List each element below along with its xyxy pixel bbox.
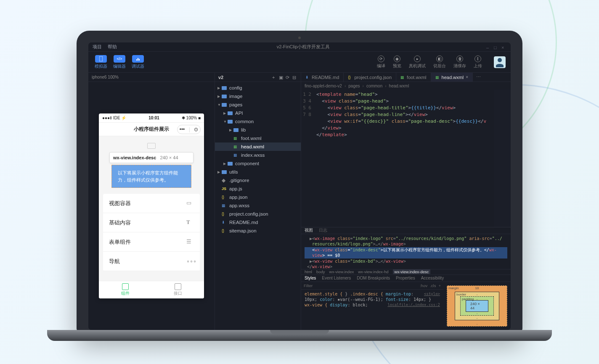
file-sitemap[interactable]: {}sitemap.json xyxy=(215,227,301,235)
tab-readme[interactable]: ⬇README.md xyxy=(301,73,344,82)
file-project-config[interactable]: {}project.config.json xyxy=(215,210,301,218)
tabbar-api[interactable]: 接口 xyxy=(151,281,204,298)
folder-pages[interactable]: ▼pages xyxy=(215,100,301,109)
folder-lib[interactable]: ▶lib xyxy=(215,126,301,134)
file-app-js[interactable]: JSapp.js xyxy=(215,185,301,193)
phone-icon xyxy=(95,55,107,63)
crumb-index[interactable]: wx-view.index xyxy=(329,269,354,274)
list-item-basic-content[interactable]: 基础内容𝐓 xyxy=(103,213,200,232)
devtools-tab-view[interactable]: 视图 xyxy=(305,227,313,233)
folder-image[interactable]: ▶image xyxy=(215,92,301,100)
remote-debug-button[interactable]: ▸真机调试 xyxy=(409,55,426,69)
logo-placeholder xyxy=(147,143,156,149)
dom-selected-node[interactable]: <wx-view class="index-desc">以下将展示小程序官方组件… xyxy=(305,247,507,258)
highlighted-element: 以下将展示小程序官方组件能力，组件样式仅供参考。 xyxy=(111,165,191,188)
editor-tabbar: ⬇README.md {}project.config.json ▦foot.w… xyxy=(301,73,511,82)
crumb-html[interactable]: html xyxy=(305,269,312,274)
capsule-button[interactable]: ••• | ⊙ xyxy=(177,125,201,134)
file-explorer: v2 + ▣ ⟳ ⊟ ▶config ▶image ▼pages ▶API ▼c… xyxy=(215,73,301,330)
folder-common[interactable]: ▼common xyxy=(215,117,301,126)
line-gutter: 1 2 3 4 5 6 7 8 xyxy=(301,90,314,227)
tabbar-component[interactable]: 组件 xyxy=(99,281,151,298)
new-file-icon[interactable]: + xyxy=(272,75,277,80)
folder-api[interactable]: ▶API xyxy=(215,109,301,117)
maximize-icon[interactable]: □ xyxy=(494,45,499,49)
editor-breadcrumb: fino-applet-demo-v2› pages› common› head… xyxy=(301,82,511,90)
phone-statusbar: ●●●Ⅱ IDE ⚡ 10:01 ✱ 100% ■ xyxy=(99,113,204,123)
hov-toggle[interactable]: :hov xyxy=(420,283,427,288)
close-icon[interactable]: × xyxy=(501,45,506,49)
component-icon xyxy=(122,283,129,290)
clear-cache-button[interactable]: 🗑清缓存 xyxy=(453,55,466,69)
minimap[interactable] xyxy=(494,90,511,227)
new-folder-icon[interactable]: ▣ xyxy=(279,75,284,80)
dom-tree[interactable]: ▶<wx-image class="index-logo" src="../re… xyxy=(301,234,511,269)
folder-component[interactable]: ▶component xyxy=(215,159,301,168)
tab-simulator[interactable]: 模拟器 xyxy=(93,55,109,69)
editor-panel: ⬇README.md {}project.config.json ▦foot.w… xyxy=(301,73,511,330)
file-head-wxml[interactable]: ▦head.wxml xyxy=(215,142,301,151)
file-app-wxss[interactable]: ▦app.wxss xyxy=(215,201,301,210)
file-index-wxss[interactable]: ▦index.wxss xyxy=(215,151,301,159)
styles-filter[interactable]: Filter xyxy=(304,283,417,288)
user-avatar[interactable] xyxy=(494,56,506,68)
crumb-hd[interactable]: wx-view.index-hd xyxy=(358,269,388,274)
tab-debugger[interactable]: 调试器 xyxy=(130,55,146,69)
menu-help[interactable]: 帮助 xyxy=(108,44,117,50)
main-split: iphone6 100% ●●●Ⅱ IDE ⚡ 10:01 ✱ 100% ■ 小… xyxy=(88,73,511,330)
debug-icon xyxy=(132,55,144,63)
tab-project-config[interactable]: {}project.config.json xyxy=(344,73,396,82)
simulator-panel: iphone6 100% ●●●Ⅱ IDE ⚡ 10:01 ✱ 100% ■ 小… xyxy=(88,73,215,330)
devtools-tab-styles[interactable]: Styles xyxy=(305,276,316,280)
crumb-desc[interactable]: wx-view.index-desc xyxy=(393,269,431,274)
styles-panel[interactable]: element.style { } .index-desc {<style> m… xyxy=(301,290,443,330)
crumb-body[interactable]: body xyxy=(316,269,325,274)
devtools-tab-listeners[interactable]: Event Listeners xyxy=(322,276,351,280)
laptop-frame: 项目 帮助 v2-FinClip小程序开发工具 – □ × 模拟器 </> 编辑… xyxy=(77,31,522,333)
list-item-form[interactable]: 表单组件☰ xyxy=(103,232,200,252)
file-readme[interactable]: ⬇README.md xyxy=(215,218,301,227)
menu-project[interactable]: 项目 xyxy=(93,44,102,50)
box-model: margin 10 border - padding - 240 × 44 xyxy=(443,282,511,330)
tab-head[interactable]: ▦head.wxml× xyxy=(431,73,473,82)
window-title: v2-FinClip小程序开发工具 xyxy=(123,44,484,50)
preview-button[interactable]: ◉预览 xyxy=(393,55,401,69)
file-foot-wxml[interactable]: ▦foot.wxml xyxy=(215,134,301,142)
file-app-json[interactable]: {}app.json xyxy=(215,193,301,201)
tab-foot[interactable]: ▦foot.wxml xyxy=(396,73,431,82)
file-gitignore[interactable]: ◆.gitignore xyxy=(215,176,301,185)
folder-config[interactable]: ▶config xyxy=(215,84,301,92)
close-circle-icon: ⊙ xyxy=(194,127,198,132)
refresh-icon[interactable]: ⟳ xyxy=(286,75,291,80)
tab-overflow[interactable]: ⋯ xyxy=(473,73,484,82)
code-content[interactable]: <template name="head"> <view class="page… xyxy=(314,90,494,227)
folder-utils[interactable]: ▶utils xyxy=(215,168,301,176)
inspector-tooltip: wx-view.index-desc 240 × 44 xyxy=(109,152,193,163)
devtools-tab-accessibility[interactable]: Accessibility xyxy=(421,276,444,280)
dots-icon: ∘∘∘ xyxy=(186,258,194,265)
cls-toggle[interactable]: .cls xyxy=(430,283,436,288)
code-editor[interactable]: 1 2 3 4 5 6 7 8 <template name="head"> <… xyxy=(301,90,511,227)
tab-editor[interactable]: </> 编辑器 xyxy=(112,55,127,69)
device-info: iphone6 100% xyxy=(92,75,119,79)
compile-button[interactable]: ⟳编译 xyxy=(377,55,385,69)
background-icon: ◧ xyxy=(436,55,443,62)
add-rule-icon[interactable]: + xyxy=(438,283,441,288)
devtools-tab-log[interactable]: 日志 xyxy=(319,227,327,233)
list-item-view-container[interactable]: 视图容器▭ xyxy=(103,194,200,213)
minimize-icon[interactable]: – xyxy=(486,45,491,49)
toolbar: 模拟器 </> 编辑器 调试器 ⟳编译 ◉预览 ▸真机调试 ◧切后台 🗑清缓存 … xyxy=(88,52,511,73)
svg-rect-2 xyxy=(138,58,138,61)
list-item-navigation[interactable]: 导航∘∘∘ xyxy=(103,252,200,271)
collapse-icon[interactable]: ⊟ xyxy=(292,75,297,80)
phone-preview[interactable]: ●●●Ⅱ IDE ⚡ 10:01 ✱ 100% ■ 小程序组件展示 ••• | … xyxy=(99,113,204,298)
upload-button[interactable]: ↥上传 xyxy=(474,55,482,69)
svg-rect-0 xyxy=(99,56,103,61)
more-icon: ••• xyxy=(180,127,185,132)
devtools-tab-properties[interactable]: Properties xyxy=(396,276,415,280)
devtools-tab-breakpoints[interactable]: DOM Breakpoints xyxy=(357,276,390,280)
tab-close-icon[interactable]: × xyxy=(466,75,468,79)
upload-icon: ↥ xyxy=(474,55,481,62)
background-button[interactable]: ◧切后台 xyxy=(433,55,446,69)
compile-icon: ⟳ xyxy=(378,55,384,62)
